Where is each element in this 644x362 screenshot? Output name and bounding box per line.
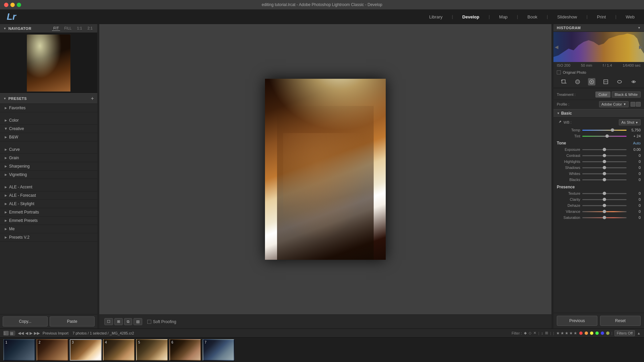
preset-group-header-creative[interactable]: ▶ Creative — [0, 125, 97, 133]
profile-list-icon[interactable] — [636, 102, 641, 107]
color-label-red[interactable] — [579, 331, 583, 335]
nav-map[interactable]: Map — [496, 13, 510, 21]
zoom-fill[interactable]: FILL — [63, 26, 73, 31]
dehaze-slider-track[interactable] — [582, 205, 627, 206]
color-label-blue[interactable] — [601, 331, 604, 335]
filter-status[interactable]: Filters Off — [614, 330, 635, 336]
single-view-button[interactable]: ☐ — [104, 318, 113, 325]
preset-group-header-ale-skylight[interactable]: ▶ ALE - Skylight — [0, 200, 97, 208]
filmstrip-prev-icon[interactable]: ◀◀ — [18, 331, 24, 336]
preset-group-header-emmett-portraits[interactable]: ▶ Emmett Portraits — [0, 208, 97, 216]
nav-web[interactable]: Web — [623, 13, 638, 21]
highlights-slider-track[interactable] — [582, 161, 627, 162]
whites-slider-track[interactable] — [582, 173, 627, 174]
preset-group-header-bw[interactable]: ▶ B&W — [0, 133, 97, 141]
filmstrip-thumb-5[interactable]: 5 — [136, 339, 168, 361]
filmstrip-expand-icon[interactable]: ▲ — [637, 331, 641, 335]
dehaze-slider-thumb[interactable] — [603, 204, 606, 207]
filmstrip-thumb-2[interactable]: 2 — [37, 339, 68, 361]
bw-treatment-button[interactable]: Black & White — [612, 92, 641, 98]
gradient-filter-icon[interactable] — [602, 78, 609, 85]
histogram-nav-right-icon[interactable]: ▶ — [639, 44, 643, 50]
original-photo-checkbox[interactable] — [557, 70, 561, 74]
preset-group-header-emmett-presets[interactable]: ▶ Emmett Presets — [0, 217, 97, 225]
radial-filter-icon[interactable] — [616, 78, 623, 85]
saturation-slider-thumb[interactable] — [603, 216, 606, 219]
whites-slider-thumb[interactable] — [603, 172, 606, 175]
filmstrip-thumb-4[interactable]: 4 — [103, 339, 135, 361]
histogram-collapse-icon[interactable]: ▼ — [638, 26, 641, 29]
paste-button[interactable]: Paste — [50, 316, 95, 326]
zoom-button[interactable] — [17, 3, 21, 7]
survey-view-button[interactable]: ▤ — [133, 318, 142, 325]
texture-slider-track[interactable] — [582, 193, 627, 194]
copy-button[interactable]: Copy... — [3, 316, 48, 326]
crop-tool-icon[interactable] — [560, 78, 568, 85]
clarity-slider-thumb[interactable] — [603, 198, 606, 201]
preset-group-header-grain[interactable]: ▶ Grain — [0, 154, 97, 162]
close-button[interactable] — [4, 3, 8, 7]
star-4[interactable]: ★ — [569, 331, 573, 336]
saturation-slider-track[interactable] — [582, 217, 627, 218]
filter-flag-icon[interactable]: ◆ — [524, 331, 527, 335]
preset-group-header-ale-forecast[interactable]: ▶ ALE - Forecast — [0, 191, 97, 199]
checkbox-icon[interactable] — [147, 320, 151, 324]
preset-group-header-presetsv2[interactable]: ▶ Presets V.2 — [0, 233, 97, 241]
filmstrip-thumb-3[interactable]: 3 — [70, 339, 102, 361]
preset-group-header-curve[interactable]: ▶ Curve — [0, 145, 97, 154]
temp-slider-thumb[interactable] — [611, 128, 614, 132]
filmstrip-grid-view[interactable]: ▦ — [10, 331, 15, 336]
filmstrip-single-view[interactable]: 1 — [3, 331, 9, 336]
nav-develop[interactable]: Develop — [460, 13, 482, 21]
presets-collapse-icon[interactable]: ▼ — [3, 97, 6, 100]
temp-slider-track[interactable] — [582, 130, 627, 131]
zoom-1to1[interactable]: 1:1 — [75, 26, 83, 31]
navigator-thumbnail[interactable] — [0, 33, 97, 93]
preset-group-header-vignetting[interactable]: ▶ Vignetting — [0, 171, 97, 179]
tone-auto-button[interactable]: Auto — [633, 141, 641, 145]
zoom-2to1[interactable]: 2:1 — [86, 26, 94, 31]
nav-book[interactable]: Book — [525, 13, 540, 21]
filmstrip-thumb-7[interactable]: 7 — [203, 339, 234, 361]
preset-group-header-sharpening[interactable]: ▶ Sharpening — [0, 162, 97, 170]
highlights-slider-thumb[interactable] — [603, 160, 606, 163]
star-5[interactable]: ★ — [574, 331, 577, 336]
preset-group-header-me[interactable]: ▶ Me — [0, 225, 97, 233]
wb-select[interactable]: As Shot ▼ — [619, 119, 641, 125]
basic-collapse-icon[interactable]: ▼ — [557, 112, 560, 115]
vibrance-slider-track[interactable] — [582, 211, 627, 212]
compare-view-button[interactable]: ⧉ — [124, 318, 132, 325]
eyedropper-icon[interactable] — [557, 120, 562, 125]
star-3[interactable]: ★ — [565, 331, 569, 336]
image-view[interactable] — [99, 24, 551, 314]
navigator-collapse-icon[interactable]: ▼ — [3, 27, 6, 30]
star-2[interactable]: ★ — [560, 331, 564, 336]
filmstrip-back-icon[interactable]: ◀ — [25, 331, 28, 336]
nav-library[interactable]: Library — [426, 13, 445, 21]
exposure-slider-thumb[interactable] — [603, 148, 606, 151]
preset-group-header-ale-accent[interactable]: ▶ ALE - Accent — [0, 183, 97, 191]
preset-group-header-favorites[interactable]: ▶ Favorites — [0, 104, 97, 112]
nav-print[interactable]: Print — [594, 13, 609, 21]
reset-button[interactable]: Reset — [600, 316, 641, 326]
star-1[interactable]: ★ — [556, 331, 560, 336]
tint-slider-track[interactable] — [582, 136, 627, 137]
vibrance-slider-thumb[interactable] — [603, 210, 606, 213]
filter-reject-icon[interactable]: ✕ — [533, 331, 536, 335]
filter-unflag-icon[interactable]: ◇ — [529, 331, 531, 335]
nav-slideshow[interactable]: Slideshow — [554, 13, 580, 21]
red-eye-icon[interactable] — [630, 78, 637, 85]
adjustment-brush-icon[interactable] — [588, 78, 595, 85]
color-label-orange[interactable] — [585, 331, 588, 335]
filmstrip-fwd-icon[interactable]: ▶ — [30, 331, 33, 336]
filter-grid-icon[interactable]: ⊞ — [545, 331, 548, 335]
exposure-slider-track[interactable] — [582, 149, 627, 150]
zoom-fit[interactable]: FIT — [52, 26, 60, 31]
histogram-nav-left-icon[interactable]: ◀ — [555, 44, 558, 50]
tint-slider-thumb[interactable] — [605, 134, 609, 138]
grid-view-button[interactable]: ⊞ — [114, 318, 123, 325]
previous-button[interactable]: Previous — [557, 316, 597, 326]
minimize-button[interactable] — [10, 3, 15, 7]
healing-tool-icon[interactable] — [574, 78, 581, 85]
profile-select[interactable]: Adobe Color ▼ — [599, 101, 629, 107]
